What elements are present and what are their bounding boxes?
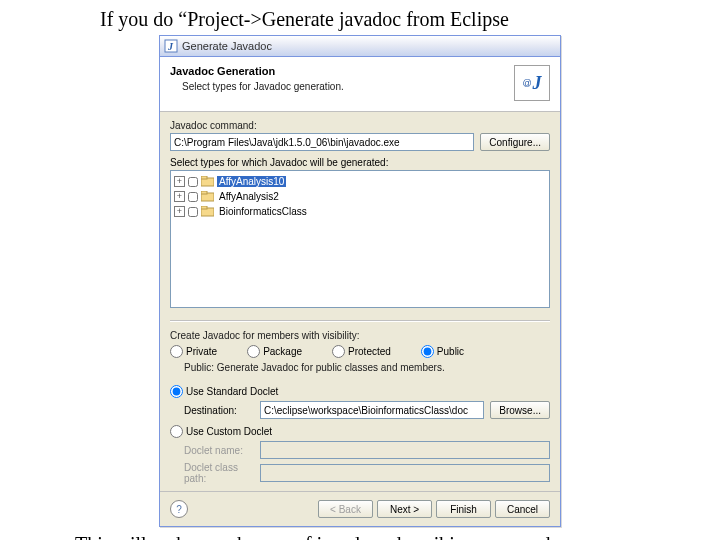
tree-item-label: AffyAnalysis2 [217,191,281,202]
tree-checkbox[interactable] [188,207,198,217]
doclet-name-label: Doclet name: [184,445,254,456]
expand-icon[interactable]: + [174,206,185,217]
visibility-private[interactable]: Private [170,345,217,358]
use-custom-doclet[interactable]: Use Custom Doclet [170,425,550,438]
types-tree[interactable]: + AffyAnalysis10 + AffyAnalysis2 + Bioin… [170,170,550,308]
tree-item-label: BioinformaticsClass [217,206,309,217]
select-types-label: Select types for which Javadoc will be g… [170,157,550,168]
titlebar-text: Generate Javadoc [182,40,272,52]
banner-subtitle: Select types for Javadoc generation. [182,81,344,92]
titlebar: J Generate Javadoc [160,36,560,57]
tree-item[interactable]: + BioinformaticsClass [174,204,546,219]
destination-input[interactable] [260,401,484,419]
tree-item[interactable]: + AffyAnalysis10 [174,174,546,189]
generate-javadoc-dialog: J Generate Javadoc Javadoc Generation Se… [159,35,561,527]
visibility-label: Create Javadoc for members with visibili… [170,330,550,341]
doclet-classpath-label: Doclet class path: [184,462,254,484]
destination-label: Destination: [184,405,254,416]
browse-button[interactable]: Browse... [490,401,550,419]
tree-checkbox[interactable] [188,192,198,202]
expand-icon[interactable]: + [174,191,185,202]
tree-item[interactable]: + AffyAnalysis2 [174,189,546,204]
back-button: < Back [318,500,373,518]
svg-rect-3 [201,176,207,179]
visibility-radios: Private Package Protected Public [170,345,550,358]
folder-icon [201,206,214,217]
cancel-button[interactable]: Cancel [495,500,550,518]
folder-icon [201,191,214,202]
visibility-description: Public: Generate Javadoc for public clas… [184,362,550,373]
next-button[interactable]: Next > [377,500,432,518]
tree-checkbox[interactable] [188,177,198,187]
doclet-name-input [260,441,550,459]
javadoc-icon: @J [514,65,550,101]
banner: Javadoc Generation Select types for Java… [160,57,560,112]
expand-icon[interactable]: + [174,176,185,187]
visibility-public[interactable]: Public [421,345,464,358]
configure-button[interactable]: Configure... [480,133,550,151]
separator [170,320,550,322]
svg-rect-5 [201,191,207,194]
svg-rect-7 [201,206,207,209]
javadoc-command-label: Javadoc command: [170,120,550,131]
tree-item-label: AffyAnalysis10 [217,176,286,187]
svg-text:J: J [167,41,174,52]
help-icon[interactable]: ? [170,500,188,518]
app-icon: J [164,39,178,53]
caption-top: If you do “Project->Generate javadoc fro… [100,8,720,31]
finish-button[interactable]: Finish [436,500,491,518]
doclet-classpath-input [260,464,550,482]
folder-icon [201,176,214,187]
banner-title: Javadoc Generation [170,65,344,77]
visibility-protected[interactable]: Protected [332,345,391,358]
caption-bottom: This will make a web page of javadocs de… [75,533,720,540]
visibility-package[interactable]: Package [247,345,302,358]
use-standard-doclet[interactable]: Use Standard Doclet [170,385,550,398]
javadoc-command-input[interactable] [170,133,474,151]
